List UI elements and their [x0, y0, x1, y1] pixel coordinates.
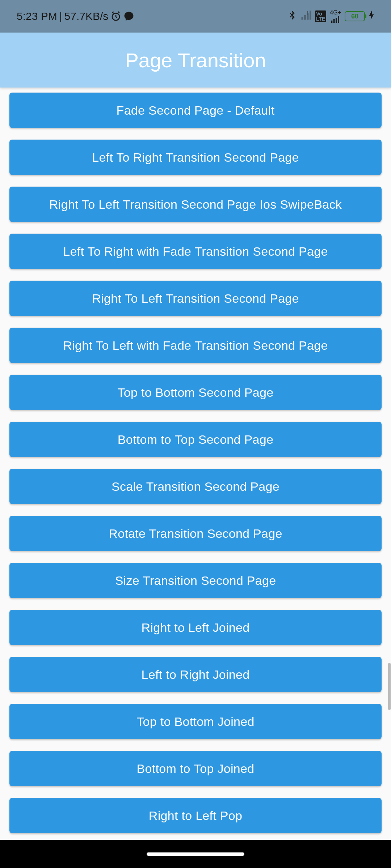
transition-button-scale[interactable]: Scale Transition Second Page: [9, 469, 382, 504]
transition-button-rotate[interactable]: Rotate Transition Second Page: [9, 516, 382, 551]
transition-button-ltr-joined[interactable]: Left to Right Joined: [9, 657, 382, 692]
network-4g-icon: 4G+: [330, 10, 341, 23]
transition-button-btt[interactable]: Bottom to Top Second Page: [9, 422, 382, 457]
gesture-handle[interactable]: [147, 852, 244, 856]
transition-button-ttb[interactable]: Top to Bottom Second Page: [9, 375, 382, 410]
signal-weak-icon: !: [300, 10, 311, 23]
transition-button-rtl-ios-swipeback[interactable]: Right To Left Transition Second Page Ios…: [9, 187, 382, 222]
transition-button-rtl[interactable]: Right To Left Transition Second Page: [9, 281, 382, 316]
transition-button-ltr-fade[interactable]: Left To Right with Fade Transition Secon…: [9, 234, 382, 269]
status-network-speed: 57.7KB/s: [64, 10, 109, 22]
content-list: Fade Second Page - Default Left To Right…: [0, 88, 391, 833]
alarm-icon: [110, 11, 121, 22]
bluetooth-icon: [287, 10, 297, 23]
transition-button-size[interactable]: Size Transition Second Page: [9, 563, 382, 598]
chat-bubble-icon: [123, 11, 134, 22]
status-right: ! VoLTE 4G+ 60: [287, 10, 374, 23]
transition-button-ltr[interactable]: Left To Right Transition Second Page: [9, 140, 382, 175]
navigation-bar: [0, 840, 391, 868]
charging-icon: [369, 10, 374, 22]
status-left: 5:23 PM | 57.7KB/s: [17, 10, 134, 22]
svg-text:!: !: [307, 10, 308, 15]
transition-button-rtl-joined[interactable]: Right to Left Joined: [9, 610, 382, 645]
app-bar: Page Transition: [0, 33, 391, 88]
page-title: Page Transition: [125, 48, 266, 72]
transition-button-rtl-pop[interactable]: Right to Left Pop: [9, 798, 382, 833]
status-bar: 5:23 PM | 57.7KB/s ! V: [0, 0, 391, 33]
transition-button-ttb-joined[interactable]: Top to Bottom Joined: [9, 704, 382, 739]
status-time: 5:23 PM: [17, 10, 57, 22]
battery-icon: 60: [345, 11, 365, 21]
transition-button-fade-default[interactable]: Fade Second Page - Default: [9, 93, 382, 128]
status-separator: |: [59, 10, 62, 22]
transition-button-btt-joined[interactable]: Bottom to Top Joined: [9, 751, 382, 786]
transition-button-rtl-fade[interactable]: Right To Left with Fade Transition Secon…: [9, 328, 382, 363]
volte-icon: VoLTE: [315, 10, 326, 22]
scrollbar-thumb[interactable]: [388, 663, 391, 710]
